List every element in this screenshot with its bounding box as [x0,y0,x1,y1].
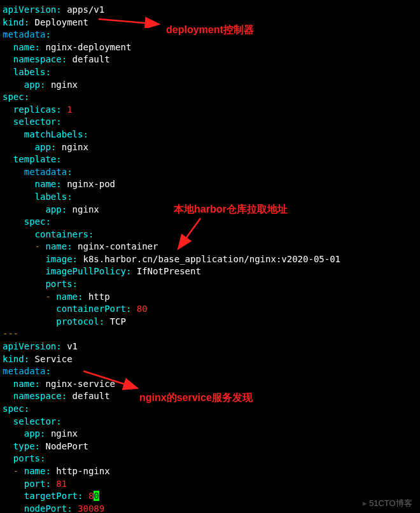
yaml-line: name: nginx-deployment [3,41,417,54]
yaml-line: app: nginx [3,428,417,440]
yaml-line: protocol: TCP [3,316,417,328]
yaml-separator: --- [3,328,417,341]
yaml-line: type: NodePort [3,440,417,453]
yaml-line: imagePullPolicy: IfNotPresent [3,265,417,278]
yaml-line: containers: [3,228,417,241]
yaml-line: image: k8s.harbor.cn/base_application/ng… [3,253,417,266]
yaml-line: kind: Deployment [3,17,417,29]
yaml-line: name: nginx-pod [3,178,417,191]
yaml-line: replicas: 1 [3,104,417,116]
yaml-line: port: 81 [3,478,417,491]
yaml-line: labels: [3,66,417,79]
yaml-line: kind: Service [3,353,417,366]
yaml-line: - name: http-nginx [3,465,417,478]
yaml-line: name: nginx-service [3,378,417,391]
watermark: ▸51CTO博客 [363,498,412,509]
yaml-line: spec: [3,403,417,416]
yaml-line: ports: [3,453,417,465]
yaml-line: targetPort: 80 [3,490,417,503]
yaml-line: namespace: default [3,390,417,403]
yaml-line: app: nginx [3,204,417,216]
yaml-line: spec: [3,216,417,228]
yaml-line: selector: [3,416,417,428]
yaml-line: - name: http [3,291,417,304]
yaml-line: labels: [3,191,417,204]
yaml-line: namespace: default [3,53,417,66]
yaml-line: metadata: [3,29,417,41]
yaml-line: containerPort: 80 [3,303,417,316]
yaml-line: app: nginx [3,141,417,154]
yaml-line: metadata: [3,166,417,179]
yaml-line: selector: [3,116,417,129]
terminal-cursor: 0 [94,491,99,501]
yaml-line: nodePort: 30089 [3,503,417,513]
yaml-line: matchLabels: [3,129,417,141]
yaml-line: - name: nginx-container [3,241,417,253]
yaml-line: apiVersion: v1 [3,341,417,353]
yaml-line: ports: [3,278,417,291]
yaml-line: template: [3,153,417,166]
yaml-line: app: nginx [3,79,417,92]
yaml-line: metadata: [3,365,417,378]
yaml-line: spec: [3,91,417,104]
yaml-line: apiVersion: apps/v1 [3,4,417,17]
